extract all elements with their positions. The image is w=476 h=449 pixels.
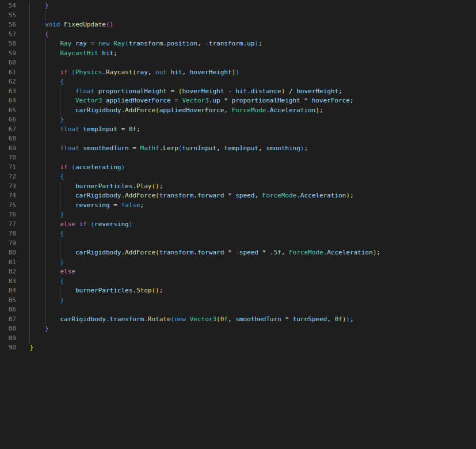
code-line[interactable]: 73 burnerParticles.Play(); bbox=[0, 182, 476, 192]
code-line[interactable]: 75 reversing = false; bbox=[0, 201, 476, 211]
line-number[interactable]: 87 bbox=[0, 315, 16, 325]
code-line[interactable]: 76 } bbox=[0, 210, 476, 220]
token-op: ; bbox=[140, 201, 144, 209]
line-number[interactable]: 69 bbox=[0, 144, 16, 154]
token-var: carRigidbody bbox=[75, 106, 121, 114]
code-text: else bbox=[14, 267, 75, 277]
line-number[interactable]: 89 bbox=[0, 334, 16, 344]
token-ws bbox=[14, 344, 30, 351]
line-number[interactable]: 67 bbox=[0, 125, 16, 135]
code-line[interactable]: 78 { bbox=[0, 229, 476, 239]
line-number[interactable]: 58 bbox=[0, 39, 16, 49]
line-number[interactable]: 61 bbox=[0, 68, 16, 78]
code-line[interactable]: 88 } bbox=[0, 324, 476, 334]
line-number[interactable]: 72 bbox=[0, 172, 16, 182]
line-number[interactable]: 71 bbox=[0, 163, 16, 173]
line-number[interactable]: 90 bbox=[0, 343, 16, 353]
code-line[interactable]: 63 float proportionalHeight = (hoverHeig… bbox=[0, 87, 476, 97]
code-line[interactable]: 60 bbox=[0, 58, 476, 68]
token-fn: AddForce bbox=[125, 192, 155, 199]
token-ws bbox=[14, 87, 75, 95]
token-ws bbox=[14, 296, 60, 304]
line-number[interactable]: 66 bbox=[0, 115, 16, 125]
code-line[interactable]: 68 bbox=[0, 134, 476, 144]
token-ws bbox=[14, 211, 60, 218]
line-number[interactable]: 86 bbox=[0, 305, 16, 315]
code-text: reversing = false; bbox=[14, 201, 144, 211]
line-number[interactable]: 78 bbox=[0, 229, 16, 239]
token-op: = bbox=[87, 40, 98, 47]
line-number[interactable]: 81 bbox=[0, 258, 16, 268]
token-ctrl: else bbox=[60, 268, 75, 275]
code-line[interactable]: 83 { bbox=[0, 277, 476, 287]
code-line[interactable]: 71 if (accelerating) bbox=[0, 163, 476, 173]
code-line[interactable]: 74 carRigidbody.AddForce(transform.forwa… bbox=[0, 191, 476, 201]
line-number[interactable]: 68 bbox=[0, 134, 16, 144]
token-type: Physics bbox=[75, 69, 102, 76]
code-line[interactable]: 84 burnerParticles.Stop(); bbox=[0, 286, 476, 296]
line-number[interactable]: 79 bbox=[0, 239, 16, 249]
code-line[interactable]: 65 carRigidbody.AddForce(appliedHoverFor… bbox=[0, 106, 476, 116]
code-line[interactable]: 89 bbox=[0, 334, 476, 344]
code-line[interactable]: 59 RaycastHit hit; bbox=[0, 49, 476, 59]
code-line[interactable]: 70 bbox=[0, 153, 476, 163]
code-line[interactable]: 64 Vector3 appliedHoverForce = Vector3.u… bbox=[0, 96, 476, 106]
line-number[interactable]: 83 bbox=[0, 277, 16, 287]
token-var: tempInput bbox=[224, 144, 258, 152]
indent-guide bbox=[29, 334, 30, 344]
line-number[interactable]: 85 bbox=[0, 296, 16, 306]
line-number[interactable]: 59 bbox=[0, 49, 16, 59]
code-text: float smoothedTurn = Mathf.Lerp(turnInpu… bbox=[14, 144, 308, 154]
code-line[interactable]: 72 { bbox=[0, 172, 476, 182]
line-number[interactable]: 77 bbox=[0, 220, 16, 230]
code-line[interactable]: 82 else bbox=[0, 267, 476, 277]
line-number[interactable]: 75 bbox=[0, 201, 16, 211]
line-number[interactable]: 65 bbox=[0, 106, 16, 116]
line-number[interactable]: 55 bbox=[0, 11, 16, 21]
code-line[interactable]: 77 else if (reversing) bbox=[0, 220, 476, 230]
code-line[interactable]: 55 bbox=[0, 11, 476, 21]
line-number[interactable]: 70 bbox=[0, 153, 16, 163]
token-b1: ( bbox=[155, 106, 159, 114]
token-b2: } bbox=[45, 2, 49, 9]
token-var: position bbox=[167, 40, 197, 47]
code-line[interactable]: 58 Ray ray = new Ray(transform.position,… bbox=[0, 39, 476, 49]
line-number[interactable]: 76 bbox=[0, 210, 16, 220]
code-line[interactable]: 87 carRigidbody.transform.Rotate(new Vec… bbox=[0, 315, 476, 325]
line-number[interactable]: 63 bbox=[0, 87, 16, 97]
line-number[interactable]: 84 bbox=[0, 286, 16, 296]
code-line[interactable]: 79 bbox=[0, 239, 476, 249]
code-line[interactable]: 62 { bbox=[0, 77, 476, 87]
line-number[interactable]: 82 bbox=[0, 267, 16, 277]
line-number[interactable]: 73 bbox=[0, 182, 16, 192]
token-op: - bbox=[224, 87, 235, 95]
line-number[interactable]: 80 bbox=[0, 248, 16, 258]
line-number[interactable]: 56 bbox=[0, 20, 16, 30]
code-line[interactable]: 54 } bbox=[0, 1, 476, 11]
token-ws bbox=[14, 258, 60, 266]
token-b1: ( bbox=[155, 192, 159, 199]
line-number[interactable]: 62 bbox=[0, 77, 16, 87]
line-number[interactable]: 64 bbox=[0, 96, 16, 106]
code-line[interactable]: 81 } bbox=[0, 258, 476, 268]
line-number[interactable]: 60 bbox=[0, 58, 16, 68]
line-number[interactable]: 54 bbox=[0, 1, 16, 11]
code-line[interactable]: 85 } bbox=[0, 296, 476, 306]
code-line[interactable]: 86 bbox=[0, 305, 476, 315]
code-editor[interactable]: 54 }5556 void FixedUpdate()57 {58 Ray ra… bbox=[0, 0, 476, 449]
line-number[interactable]: 88 bbox=[0, 324, 16, 334]
line-number[interactable]: 74 bbox=[0, 191, 16, 201]
code-line[interactable]: 56 void FixedUpdate() bbox=[0, 20, 476, 30]
token-kw: float bbox=[60, 125, 79, 133]
token-b3: ) bbox=[254, 40, 258, 47]
code-line[interactable]: 57 { bbox=[0, 30, 476, 40]
code-line[interactable]: 80 carRigidbody.AddForce(transform.forwa… bbox=[0, 248, 476, 258]
code-line[interactable]: 90 } bbox=[0, 343, 476, 353]
code-line[interactable]: 61 if (Physics.Raycast(ray, out hit, hov… bbox=[0, 68, 476, 78]
code-line[interactable]: 69 float smoothedTurn = Mathf.Lerp(turnI… bbox=[0, 144, 476, 154]
line-number[interactable]: 57 bbox=[0, 30, 16, 40]
code-line[interactable]: 67 float tempInput = 0f; bbox=[0, 125, 476, 135]
token-ws bbox=[186, 315, 190, 323]
token-op: . bbox=[132, 182, 136, 190]
code-line[interactable]: 66 } bbox=[0, 115, 476, 125]
